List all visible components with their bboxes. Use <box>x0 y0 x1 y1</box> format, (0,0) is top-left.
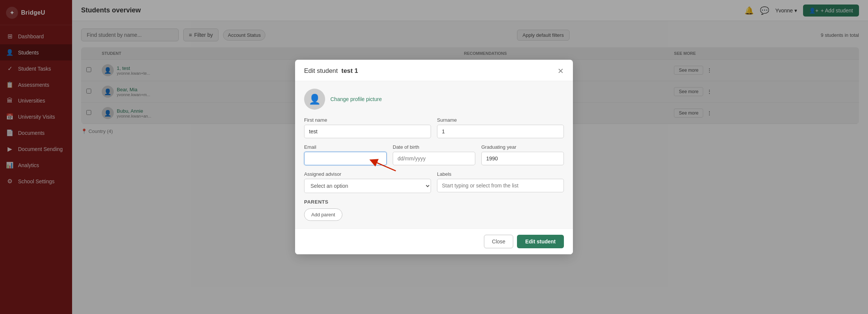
surname-group: Surname <box>437 117 564 138</box>
name-row: First name Surname <box>304 117 564 138</box>
edit-student-modal: Edit student test 1 ✕ 👤 Change profile p… <box>295 60 573 254</box>
assigned-advisor-select[interactable]: Select an option <box>304 179 431 193</box>
modal-header: Edit student test 1 ✕ <box>295 60 573 81</box>
first-name-group: First name <box>304 117 431 138</box>
advisor-labels-row: Assigned advisor Select an option Labels <box>304 171 564 193</box>
email-label: Email <box>304 144 387 150</box>
surname-input[interactable] <box>437 125 564 138</box>
dob-group: Date of birth <box>393 144 475 165</box>
graduating-year-group: Graduating year <box>481 144 564 165</box>
email-group: Email <box>304 144 387 165</box>
close-button[interactable]: Close <box>484 235 513 248</box>
graduating-year-input[interactable] <box>481 152 564 165</box>
first-name-input[interactable] <box>304 125 431 138</box>
email-input[interactable] <box>304 152 387 165</box>
labels-input[interactable] <box>437 179 564 192</box>
add-parent-button[interactable]: Add parent <box>304 208 342 221</box>
first-name-label: First name <box>304 117 431 123</box>
parents-title: PARENTS <box>304 199 564 205</box>
avatar-circle: 👤 <box>304 89 325 110</box>
change-profile-picture-link[interactable]: Change profile picture <box>330 96 382 102</box>
graduating-year-label: Graduating year <box>481 144 564 150</box>
email-dob-row: Email Date of birth Graduating year <box>304 144 564 165</box>
labels-group: Labels <box>437 171 564 193</box>
modal-overlay: Edit student test 1 ✕ 👤 Change profile p… <box>0 0 868 314</box>
parents-section: PARENTS Add parent <box>304 199 564 221</box>
modal-close-button[interactable]: ✕ <box>558 67 564 75</box>
assigned-advisor-label: Assigned advisor <box>304 171 431 177</box>
assigned-advisor-group: Assigned advisor Select an option <box>304 171 431 193</box>
modal-title: Edit student test 1 <box>304 67 358 75</box>
dob-label: Date of birth <box>393 144 475 150</box>
surname-label: Surname <box>437 117 564 123</box>
avatar-icon: 👤 <box>309 94 321 105</box>
labels-label: Labels <box>437 171 564 177</box>
modal-body: 👤 Change profile picture First name Surn… <box>295 81 573 228</box>
edit-student-button[interactable]: Edit student <box>517 235 564 248</box>
modal-footer: Close Edit student <box>295 228 573 254</box>
dob-input[interactable] <box>393 152 475 165</box>
avatar-section: 👤 Change profile picture <box>304 89 564 110</box>
